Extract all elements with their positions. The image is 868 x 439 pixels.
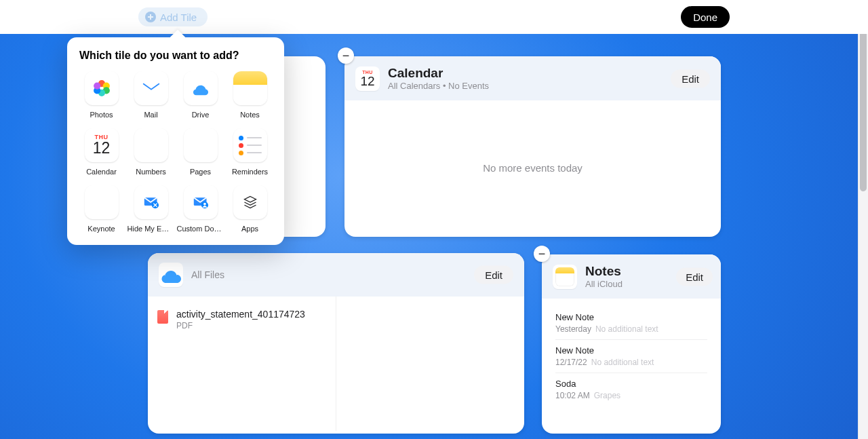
calendar-empty-text: No more events today xyxy=(483,162,583,174)
note-preview: Grapes xyxy=(594,391,620,400)
file-type: PDF xyxy=(176,321,305,330)
note-time: 10:02 AM xyxy=(555,391,590,400)
reminders-icon xyxy=(233,128,267,162)
drive-tile[interactable]: All Files Edit activity_statement_401174… xyxy=(148,253,524,434)
note-title: New Note xyxy=(555,312,707,322)
tile-option-hide-my-email[interactable]: Hide My Email xyxy=(126,185,176,233)
drive-body: activity_statement_401174723 PDF xyxy=(148,297,524,431)
hide-my-email-icon xyxy=(134,185,168,219)
popover-title: Which tile do you want to add? xyxy=(77,50,275,62)
note-item[interactable]: Soda 10:02 AMGrapes xyxy=(555,373,707,406)
tile-option-photos[interactable]: Photos xyxy=(77,71,126,119)
calendar-app-icon: THU 12 xyxy=(355,66,380,91)
tile-option-label: Calendar xyxy=(86,168,117,176)
keynote-icon xyxy=(85,185,119,219)
calendar-tile[interactable]: THU 12 Calendar All Calendars • No Event… xyxy=(344,56,721,237)
pages-icon xyxy=(184,128,218,162)
drive-column-right xyxy=(336,297,525,431)
tile-option-label: Custom Dom… xyxy=(177,225,224,233)
file-name: activity_statement_401174723 xyxy=(176,309,305,320)
note-preview: No additional text xyxy=(591,358,654,367)
notes-edit-button[interactable]: Edit xyxy=(676,267,713,286)
svg-rect-12 xyxy=(98,208,104,210)
tile-option-label: Hide My Email xyxy=(127,225,175,233)
drive-app-icon xyxy=(159,263,183,287)
remove-notes-button[interactable]: − xyxy=(534,246,550,262)
add-tile-popover: Which tile do you want to add? Photos Ma… xyxy=(67,37,284,245)
pdf-file-icon xyxy=(157,310,168,324)
notes-list: New Note YesterdayNo additional text New… xyxy=(542,299,721,414)
calendar-icon: THU 12 xyxy=(85,128,119,162)
tile-option-pages[interactable]: Pages xyxy=(176,128,225,176)
note-item[interactable]: New Note 12/17/22No additional text xyxy=(555,340,707,373)
done-button[interactable]: Done xyxy=(681,6,730,28)
tile-option-grid: Photos Mail Drive Notes THU 12 Ca xyxy=(77,71,275,233)
calendar-tile-header: THU 12 Calendar All Calendars • No Event… xyxy=(344,56,721,100)
numbers-icon xyxy=(134,128,168,162)
note-title: Soda xyxy=(555,379,707,389)
tile-option-numbers[interactable]: Numbers xyxy=(126,128,176,176)
calendar-title: Calendar xyxy=(388,66,489,81)
done-label: Done xyxy=(693,12,717,23)
tile-option-label: Numbers xyxy=(136,168,166,176)
apps-icon xyxy=(233,185,267,219)
tile-option-keynote[interactable]: Keynote xyxy=(77,185,126,233)
tile-option-calendar[interactable]: THU 12 Calendar xyxy=(77,128,126,176)
svg-rect-8 xyxy=(153,140,156,151)
drive-tile-header: All Files Edit xyxy=(148,253,524,297)
tile-option-mail[interactable]: Mail xyxy=(126,71,176,119)
vertical-scrollbar[interactable] xyxy=(858,0,868,439)
notes-icon xyxy=(233,71,267,105)
drive-column-left: activity_statement_401174723 PDF xyxy=(148,297,336,431)
remove-calendar-button[interactable]: − xyxy=(338,47,354,64)
tile-option-label: Keynote xyxy=(87,225,115,233)
calendar-edit-button[interactable]: Edit xyxy=(671,69,710,88)
tile-option-label: Mail xyxy=(144,111,157,119)
tile-option-label: Drive xyxy=(192,111,210,119)
svg-rect-10 xyxy=(96,197,107,204)
tile-option-custom-domain[interactable]: Custom Dom… xyxy=(176,185,225,233)
tile-option-notes[interactable]: Notes xyxy=(225,71,275,119)
mail-icon xyxy=(134,71,168,105)
svg-rect-9 xyxy=(144,151,157,153)
calendar-icon-num: 12 xyxy=(360,75,374,88)
custom-domain-icon xyxy=(184,185,218,219)
tile-option-label: Notes xyxy=(240,111,260,119)
calendar-opt-num: 12 xyxy=(93,140,111,156)
photos-icon xyxy=(85,71,119,105)
notes-subtitle: All iCloud xyxy=(585,279,623,289)
tile-option-label: Photos xyxy=(90,111,113,119)
add-tile-label: Add Tile xyxy=(160,12,197,23)
tile-option-drive[interactable]: Drive xyxy=(176,71,225,119)
tile-option-label: Reminders xyxy=(232,168,268,176)
drive-file-row[interactable]: activity_statement_401174723 PDF xyxy=(157,309,326,330)
notes-tile[interactable]: Notes All iCloud Edit New Note Yesterday… xyxy=(542,254,721,434)
tile-option-reminders[interactable]: Reminders xyxy=(225,128,275,176)
plus-circle-icon xyxy=(145,12,156,22)
calendar-subtitle: All Calendars • No Events xyxy=(388,81,489,91)
svg-rect-7 xyxy=(149,142,152,151)
tile-option-apps[interactable]: Apps xyxy=(225,185,275,233)
add-tile-button[interactable]: Add Tile xyxy=(138,7,208,26)
note-preview: No additional text xyxy=(595,324,658,334)
svg-rect-6 xyxy=(145,145,148,151)
notes-title: Notes xyxy=(585,264,623,279)
drive-icon xyxy=(184,71,218,105)
svg-point-5 xyxy=(94,83,100,90)
drive-subtitle: All Files xyxy=(191,269,224,280)
drive-edit-button[interactable]: Edit xyxy=(474,266,513,284)
top-bar: Add Tile Done xyxy=(0,0,868,34)
notes-tile-header: Notes All iCloud Edit xyxy=(542,254,721,299)
notes-app-icon xyxy=(553,265,577,289)
tile-option-label: Pages xyxy=(190,168,211,176)
svg-point-17 xyxy=(203,203,206,206)
tile-option-label: Apps xyxy=(241,225,258,233)
note-title: New Note xyxy=(555,345,707,356)
note-time: 12/17/22 xyxy=(555,358,587,367)
svg-rect-11 xyxy=(101,204,102,208)
note-time: Yesterday xyxy=(555,324,591,334)
calendar-body: No more events today xyxy=(344,100,721,235)
note-item[interactable]: New Note YesterdayNo additional text xyxy=(555,307,707,340)
